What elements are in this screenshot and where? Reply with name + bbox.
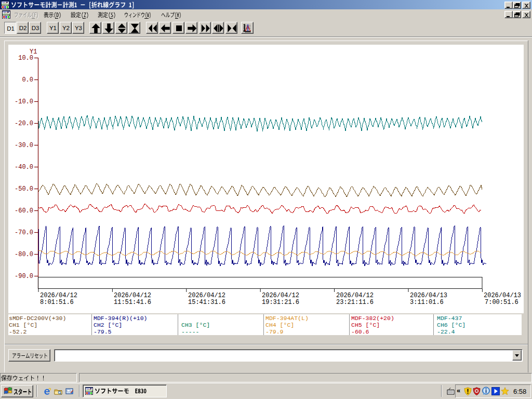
svg-text:2026/04/12: 2026/04/12 — [114, 292, 151, 299]
svg-text:23:21:11.6: 23:21:11.6 — [336, 299, 374, 306]
svg-text:2026/04/12: 2026/04/12 — [188, 292, 225, 299]
svg-text:-60.0: -60.0 — [15, 207, 33, 215]
svg-text:8:01:51.6: 8:01:51.6 — [40, 299, 74, 306]
svg-text:-80.0: -80.0 — [15, 251, 33, 258]
svg-text:2026/04/13: 2026/04/13 — [410, 292, 447, 299]
svg-text:3:11:01.6: 3:11:01.6 — [410, 299, 444, 306]
svg-text:7:00:51.6: 7:00:51.6 — [485, 299, 518, 306]
svg-text:-50.0: -50.0 — [15, 185, 33, 193]
svg-text:2026/04/12: 2026/04/12 — [40, 292, 77, 299]
svg-text:19:31:21.6: 19:31:21.6 — [262, 299, 299, 306]
svg-text:-70.0: -70.0 — [15, 229, 33, 236]
svg-text:-90.0: -90.0 — [15, 273, 33, 280]
svg-text:-20.0: -20.0 — [15, 120, 33, 127]
svg-text:2026/04/13: 2026/04/13 — [484, 292, 521, 299]
svg-text:10.0: 10.0 — [18, 55, 33, 62]
svg-text:2026/04/12: 2026/04/12 — [336, 292, 374, 299]
svg-text:-10.0: -10.0 — [15, 98, 33, 105]
svg-text:0.0: 0.0 — [22, 76, 33, 84]
svg-text:-40.0: -40.0 — [15, 164, 33, 171]
svg-text:-30.0: -30.0 — [15, 142, 33, 149]
svg-text:2026/04/12: 2026/04/12 — [262, 292, 299, 299]
svg-text:11:51:41.6: 11:51:41.6 — [114, 299, 151, 306]
svg-text:15:41:31.6: 15:41:31.6 — [188, 299, 225, 306]
